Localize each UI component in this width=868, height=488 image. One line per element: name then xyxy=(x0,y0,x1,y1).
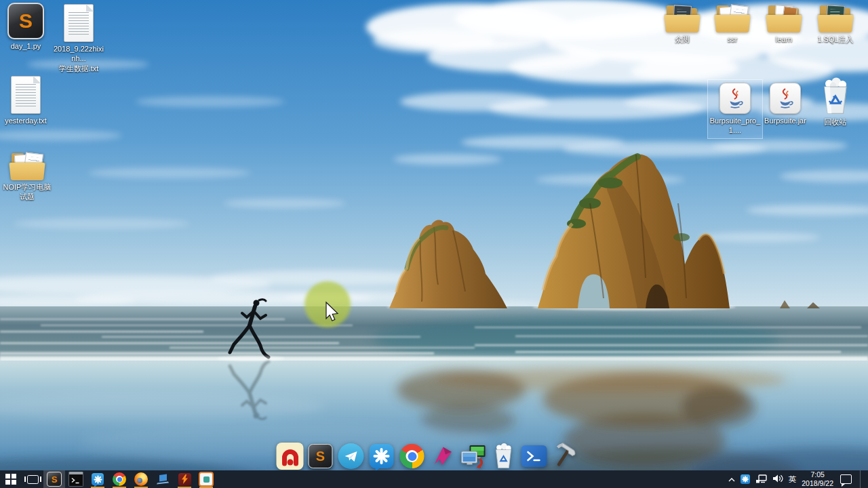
desktop-icon-folder-learn[interactable]: e learn xyxy=(760,5,808,44)
nested-squares-icon xyxy=(199,472,214,487)
asterisk-icon xyxy=(370,444,394,468)
asterisk-icon xyxy=(92,473,104,485)
show-desktop-button[interactable] xyxy=(860,470,864,488)
java-cup-glyph xyxy=(776,88,794,108)
taskbar-item-vmware-app[interactable] xyxy=(195,470,217,488)
snipaste-tray-icon[interactable] xyxy=(741,474,750,484)
desktop-icon-day1-py[interactable]: S day_1.py xyxy=(0,3,52,51)
dual-monitors-icon xyxy=(460,443,487,470)
desktop-icon-label: 1.SQL注入 xyxy=(817,35,853,44)
hidden-icons-chevron[interactable] xyxy=(728,475,735,483)
telegram-icon xyxy=(338,443,364,469)
taskbar-item-flame-box-app[interactable] xyxy=(174,470,195,488)
folder-front xyxy=(664,15,700,33)
desktop-icon-label: 回收站 xyxy=(825,117,847,127)
recycle-bin-full-icon xyxy=(820,77,851,115)
volume-icon[interactable] xyxy=(772,474,783,484)
desktop-icon-noip-folder[interactable]: e NOIP学习电脑试题 xyxy=(0,153,54,202)
java-jar-icon xyxy=(770,83,801,114)
desktop-icon-label: 众测 xyxy=(675,35,690,44)
desktop-icon-label: learn xyxy=(776,35,792,44)
dock-item-red-arch-app[interactable] xyxy=(277,443,304,470)
desktop-icon-yesterday-txt[interactable]: yesterday.txt xyxy=(0,76,52,125)
input-language-indicator[interactable]: 英 xyxy=(789,474,797,485)
desktop-icon-label: Burpsuite_pro_1.... xyxy=(708,116,762,136)
network-icon[interactable] xyxy=(755,474,767,485)
taskbar-item-firefox[interactable] xyxy=(130,470,152,488)
desktop-icon-student-data-txt[interactable]: 2018_9.22zhixinh... 学生数据.txt xyxy=(52,4,106,73)
hammer-icon xyxy=(551,442,578,470)
dock-item-hammer[interactable] xyxy=(551,443,578,470)
magenta-paper-plane-icon xyxy=(431,444,455,468)
chrome-icon xyxy=(113,472,126,486)
sublime-text-icon: S xyxy=(7,3,44,39)
sublime-text-icon: S xyxy=(309,444,333,468)
desktop-icon-label: yesterday.txt xyxy=(5,116,47,125)
dock-item-magenta-plane[interactable] xyxy=(429,443,456,470)
folder-front xyxy=(766,15,802,33)
system-tray: 英 7:05 2018/9/22 xyxy=(724,470,868,488)
desktop-icon-folder-ssr[interactable]: ssr xyxy=(708,5,757,44)
sublime-s-glyph: S xyxy=(52,474,58,485)
powershell-icon xyxy=(521,445,547,467)
chrome-icon xyxy=(400,444,425,468)
dock-item-recycle-bin[interactable] xyxy=(490,443,517,470)
dock: S xyxy=(277,443,578,470)
java-cup-glyph xyxy=(726,88,744,108)
clock-date: 2018/9/22 xyxy=(802,479,833,488)
text-file-icon xyxy=(64,4,94,42)
dock-item-sublime-text[interactable]: S xyxy=(307,443,334,470)
taskbar-item-laptop-app[interactable] xyxy=(152,470,174,488)
desktop-icon-folder-sql-injection[interactable]: 1.SQL注入 xyxy=(808,5,863,44)
label-line-1: 2018_9.22zhixinh... xyxy=(54,45,104,62)
folder-icon: e xyxy=(768,5,800,33)
label-line-2: 学生数据.txt xyxy=(59,64,99,73)
sublime-text-icon: S xyxy=(47,472,62,487)
wallpaper-beach-rocks xyxy=(0,0,868,488)
dock-item-remote-desktop[interactable] xyxy=(460,443,487,470)
desktop-icon-burpsuite-jar[interactable]: Burpsuite.jar xyxy=(760,80,811,128)
command-prompt-icon xyxy=(68,472,83,487)
dock-item-chrome[interactable] xyxy=(399,443,426,470)
taskbar-clock[interactable]: 7:05 2018/9/22 xyxy=(802,470,833,487)
desktop-icon-burpsuite-pro-jar[interactable]: Burpsuite_pro_1.... xyxy=(708,80,762,138)
folder-front xyxy=(714,15,750,33)
desktop-icon-label: NOIP学习电脑试题 xyxy=(0,182,54,202)
desktop-icon-recycle-bin[interactable]: 回收站 xyxy=(811,77,860,127)
laptop-icon xyxy=(156,474,170,485)
task-view-icon xyxy=(27,475,39,484)
recycle-bin-full-icon xyxy=(492,443,515,469)
start-button[interactable] xyxy=(0,470,22,488)
clock-time: 7:05 xyxy=(810,470,824,479)
desktop-icon-folder-zhongce[interactable]: 众测 xyxy=(658,5,707,44)
desktop-icon-label: ssr xyxy=(728,35,738,44)
folder-icon xyxy=(716,5,749,33)
firefox-icon xyxy=(134,472,148,486)
folder-with-documents-icon: e xyxy=(11,153,43,180)
taskbar-item-sublime-text[interactable]: S xyxy=(43,470,65,488)
taskbar-item-snipaste[interactable] xyxy=(87,470,108,488)
task-view-button[interactable] xyxy=(22,470,43,488)
folder-icon xyxy=(819,5,852,33)
folder-front xyxy=(9,163,45,180)
sublime-s-glyph: S xyxy=(19,9,33,33)
folder-icon xyxy=(666,5,698,33)
dock-item-snipaste[interactable] xyxy=(368,443,395,470)
dock-item-telegram[interactable] xyxy=(338,443,365,470)
red-arch-icon xyxy=(277,443,304,470)
java-jar-icon xyxy=(719,83,751,114)
taskbar: S xyxy=(0,470,868,488)
desktop: S day_1.py 2018_9.22zhixinh... 学生数据.txt … xyxy=(0,0,868,488)
action-center-icon[interactable] xyxy=(840,474,852,484)
text-file-icon xyxy=(11,76,41,114)
desktop-icon-label: 2018_9.22zhixinh... 学生数据.txt xyxy=(52,44,106,73)
taskbar-item-command-prompt[interactable] xyxy=(65,470,87,488)
sublime-s-glyph: S xyxy=(316,449,325,464)
desktop-icon-label: day_1.py xyxy=(11,41,41,51)
flame-icon xyxy=(178,473,191,486)
dock-item-powershell[interactable] xyxy=(521,443,548,470)
desktop-icon-label: Burpsuite.jar xyxy=(764,116,806,125)
folder-front xyxy=(817,15,853,33)
taskbar-item-chrome[interactable] xyxy=(108,470,130,488)
windows-logo-icon xyxy=(5,474,16,485)
